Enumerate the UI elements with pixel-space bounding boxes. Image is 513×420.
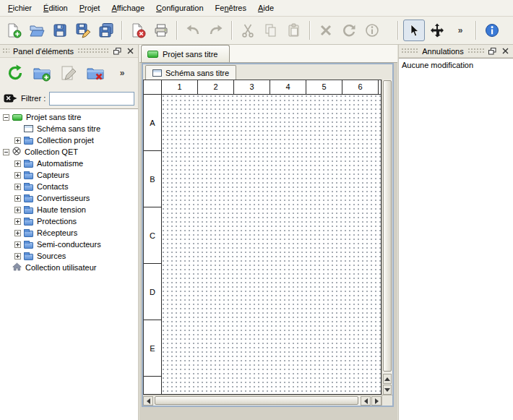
elements-panel-titlebar[interactable]: Panel d'éléments (0, 45, 138, 58)
tree-item-semi-conducteurs[interactable]: Semi-conducteurs (0, 239, 138, 250)
expand-expander-icon[interactable] (14, 241, 21, 248)
tree-item-convertisseurs[interactable]: Convertisseurs (0, 192, 138, 204)
tree-item-project[interactable]: Projet sans titre (0, 111, 138, 123)
move-tool-button[interactable] (426, 20, 448, 41)
row-ruler: A B C D E (144, 95, 162, 394)
menu-projet[interactable]: Projet (74, 1, 106, 15)
dock-grip[interactable] (401, 48, 418, 54)
dock-grip[interactable] (77, 48, 110, 54)
project-tab-label: Projet sans titre (163, 50, 217, 59)
about-button[interactable] (481, 20, 503, 41)
scroll-down-button[interactable] (383, 385, 392, 395)
print-button[interactable] (150, 20, 172, 41)
scroll-up-button[interactable] (383, 374, 392, 384)
expand-expander-icon[interactable] (14, 230, 21, 236)
folder-icon (24, 254, 33, 260)
main-toolbar: » (0, 17, 513, 45)
menu-edition[interactable]: Édition (38, 1, 74, 15)
open-project-button[interactable] (26, 20, 48, 41)
reload-collections-button[interactable] (4, 61, 27, 85)
menu-configuration[interactable]: Configuration (150, 1, 209, 15)
tree-item-schema[interactable]: Schéma sans titre (0, 123, 138, 134)
schema-canvas[interactable]: 1 2 3 4 5 6 A B C D (143, 80, 381, 395)
cut-button[interactable] (237, 20, 259, 41)
drawing-grid[interactable] (163, 95, 381, 394)
collapse-expander-icon[interactable] (3, 114, 9, 121)
copy-button[interactable] (260, 20, 282, 41)
tree-item-haute-tension[interactable]: Haute tension (0, 204, 138, 215)
collapse-expander-icon[interactable] (3, 149, 9, 155)
new-document-icon (6, 22, 22, 38)
delete-selection-button[interactable] (315, 20, 337, 41)
save-as-button[interactable] (72, 20, 94, 41)
tree-item-protections[interactable]: Protections (0, 215, 138, 227)
tree-item-capteurs[interactable]: Capteurs (0, 169, 138, 181)
expand-expander-icon[interactable] (14, 184, 21, 190)
tree-item-label: Projet sans titre (26, 113, 81, 121)
scroll-left-button[interactable] (361, 396, 371, 406)
project-tab[interactable]: Projet sans titre (141, 45, 230, 62)
delete-element-button[interactable] (84, 61, 107, 85)
close-file-button[interactable] (127, 20, 149, 41)
menu-fenetres[interactable]: Fenêtres (210, 1, 252, 15)
tree-item-collection-qet[interactable]: Collection QET (0, 146, 138, 158)
undo-button[interactable] (182, 20, 204, 41)
float-panel-button[interactable] (112, 46, 123, 56)
menu-aide[interactable]: Aide (252, 1, 280, 15)
schema-tab-bar: Schéma sans titre (143, 64, 392, 80)
select-tool-button[interactable] (403, 20, 425, 41)
tree-item-contacts[interactable]: Contacts (0, 181, 138, 192)
redo-button[interactable] (205, 20, 227, 41)
qet-collection-icon (12, 147, 21, 157)
expand-expander-icon[interactable] (14, 137, 21, 144)
vertical-scrollbar[interactable] (381, 80, 392, 395)
workspace: Panel d'éléments (0, 45, 513, 420)
save-all-button[interactable] (95, 20, 117, 41)
float-panel-button[interactable] (487, 46, 498, 56)
paste-button[interactable] (283, 20, 305, 41)
expand-expander-icon[interactable] (14, 160, 21, 167)
panel-overflow-button[interactable]: » (111, 61, 134, 85)
close-icon (502, 48, 509, 54)
scroll-left-button[interactable] (143, 396, 153, 406)
rotate-selection-button[interactable] (338, 20, 360, 41)
horizontal-scrollbar-thumb[interactable] (155, 396, 358, 405)
menu-affichage[interactable]: Affichage (105, 1, 150, 15)
folder-icon (24, 207, 33, 214)
tree-item-sources[interactable]: Sources (0, 250, 138, 262)
schema-tab[interactable]: Schéma sans titre (145, 65, 236, 80)
save-button[interactable] (49, 20, 71, 41)
elements-panel-dock: Panel d'éléments (0, 45, 139, 420)
column-ruler: 1 2 3 4 5 6 (144, 80, 381, 95)
expand-expander-icon[interactable] (14, 195, 21, 202)
tree-item-collection-projet[interactable]: Collection projet (0, 134, 138, 146)
column-header: 3 (234, 80, 270, 94)
expand-expander-icon[interactable] (14, 253, 21, 260)
expand-expander-icon[interactable] (14, 172, 21, 179)
close-panel-button[interactable] (500, 46, 511, 56)
horizontal-scrollbar[interactable] (143, 395, 381, 406)
element-info-button[interactable] (361, 20, 383, 41)
edit-element-button[interactable] (57, 61, 80, 85)
menu-fichier[interactable]: Fichier (2, 1, 38, 15)
filter-input[interactable] (49, 92, 134, 106)
tree-item-automatisme[interactable]: Automatisme (0, 158, 138, 169)
undo-history-list[interactable]: Aucune modification (399, 58, 513, 420)
clear-filter-icon[interactable] (4, 93, 17, 104)
dock-grip[interactable] (2, 48, 9, 54)
dock-grip[interactable] (467, 48, 485, 54)
expand-expander-icon[interactable] (14, 218, 21, 225)
new-document-button[interactable] (3, 20, 25, 41)
tree-item-collection-utilisateur[interactable]: Collection utilisateur (0, 262, 138, 273)
expand-expander-icon[interactable] (14, 207, 21, 213)
schema-view: 1 2 3 4 5 6 A B C D (143, 80, 392, 406)
new-element-button[interactable] (30, 61, 53, 85)
scroll-right-button[interactable] (371, 396, 381, 406)
undo-panel-titlebar[interactable]: Annulations (399, 45, 513, 58)
toolbar-overflow-button[interactable]: » (449, 20, 471, 41)
vertical-scrollbar-thumb[interactable] (383, 80, 392, 372)
tree-item-recepteurs[interactable]: Récepteurs (0, 227, 138, 239)
float-icon (113, 48, 121, 55)
undo-panel-title: Annulations (421, 47, 465, 56)
close-panel-button[interactable] (125, 46, 136, 56)
